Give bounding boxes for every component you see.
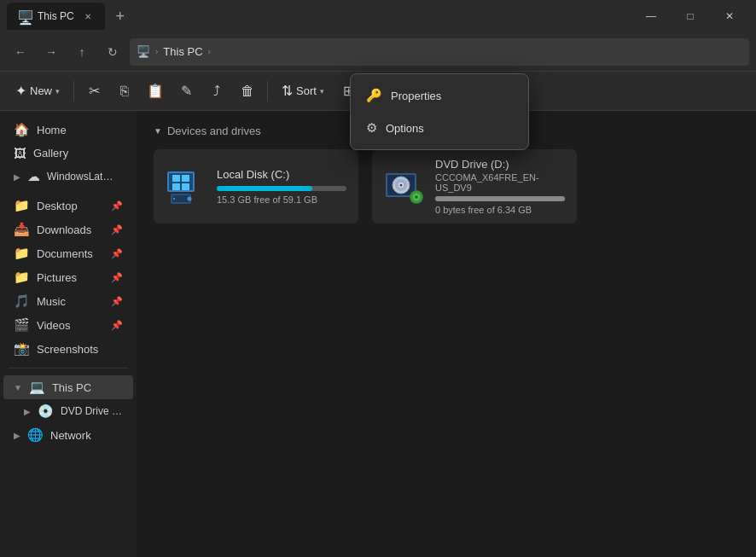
sidebar-item-music[interactable]: 🎵 Music 📌	[3, 289, 133, 313]
title-bar: 🖥️ This PC ✕ + — □ ✕	[0, 0, 756, 32]
main-content: ▼ Devices and drives	[137, 111, 756, 557]
new-chevron-icon: ▾	[55, 87, 60, 96]
section-label: Devices and drives	[167, 125, 261, 137]
sidebar-item-windowslatest[interactable]: ▶ ☁ WindowsLatest - Pe	[3, 165, 133, 189]
drive-c-space: 15.3 GB free of 59.1 GB	[217, 194, 346, 205]
drive-c-bar-fill	[217, 186, 312, 191]
home-label: Home	[37, 124, 67, 136]
breadcrumb-thispc[interactable]: This PC	[163, 45, 202, 58]
dvd-icon: 💿	[38, 403, 54, 419]
section-chevron-icon: ▼	[154, 126, 162, 136]
forward-button[interactable]: →	[38, 38, 65, 66]
back-button[interactable]: ←	[7, 38, 34, 66]
svg-rect-5	[182, 183, 189, 190]
screenshots-label: Screenshots	[37, 343, 98, 356]
tab-close-button[interactable]: ✕	[81, 9, 95, 23]
pictures-label: Pictures	[37, 271, 77, 284]
pin-icon-downloads: 📌	[111, 224, 123, 235]
nav-bar: ← → ↑ ↻ 🖥️ › This PC ›	[0, 32, 756, 72]
pin-icon-desktop: 📌	[111, 200, 123, 212]
sidebar-item-screenshots[interactable]: 📸 Screenshots	[3, 337, 133, 361]
expand-thispc-icon: ▼	[14, 383, 22, 392]
toolbar-separator-1	[73, 81, 74, 102]
videos-icon: 🎬	[14, 317, 30, 333]
documents-label: Documents	[37, 247, 93, 260]
sort-button[interactable]: ⇅ Sort ▾	[273, 77, 333, 106]
music-icon: 🎵	[14, 293, 30, 309]
share-button[interactable]: ⤴	[202, 77, 231, 106]
svg-point-9	[173, 198, 175, 200]
desktop-icon: 📁	[14, 198, 30, 213]
thispc-icon: 💻	[29, 380, 45, 395]
documents-icon: 📁	[14, 246, 30, 261]
hdd-svg-icon	[166, 166, 206, 207]
sidebar-item-downloads[interactable]: 📥 Downloads 📌	[3, 218, 133, 241]
screenshots-icon: 📸	[14, 341, 30, 357]
context-menu: 🔑 Properties ⚙ Options	[350, 73, 529, 150]
copy-button[interactable]: ⎘	[110, 77, 139, 106]
pin-icon-videos: 📌	[111, 320, 123, 331]
music-label: Music	[37, 295, 66, 308]
drive-c[interactable]: Local Disk (C:) 15.3 GB free of 59.1 GB	[154, 149, 358, 223]
cut-button[interactable]: ✂	[79, 77, 108, 106]
pin-icon-music: 📌	[111, 296, 123, 307]
sidebar-item-dvd[interactable]: ▶ 💿 DVD Drive (D:) CCC	[3, 399, 133, 423]
up-button[interactable]: ↑	[68, 38, 96, 66]
home-icon: 🏠	[14, 122, 30, 137]
drive-d-info: DVD Drive (D:) CCCOMA_X64FRE_EN-US_DV9 0…	[435, 158, 565, 215]
drive-d[interactable]: DVD Drive (D:) CCCOMA_X64FRE_EN-US_DV9 0…	[372, 149, 577, 223]
paste-button[interactable]: 📋	[141, 77, 170, 106]
drive-d-subtitle: CCCOMA_X64FRE_EN-US_DV9	[435, 172, 565, 193]
tab-folder-icon: 🖥️	[17, 9, 31, 23]
rename-button[interactable]: ✎	[172, 77, 201, 106]
sidebar-item-pictures[interactable]: 📁 Pictures 📌	[3, 265, 133, 289]
cloud-icon: ☁	[27, 169, 40, 184]
sidebar-item-documents[interactable]: 📁 Documents 📌	[3, 241, 133, 265]
options-label: Options	[386, 122, 424, 135]
thispc-label: This PC	[52, 381, 91, 394]
expand-icon: ▶	[14, 172, 20, 182]
pictures-icon: 📁	[14, 270, 30, 285]
dvd-label: DVD Drive (D:) CCC	[61, 405, 123, 417]
sidebar-item-desktop[interactable]: 📁 Desktop 📌	[3, 194, 133, 218]
sidebar-item-gallery[interactable]: 🖼 Gallery	[3, 142, 133, 165]
downloads-icon: 📥	[14, 222, 30, 237]
options-menu-item[interactable]: ⚙ Options	[354, 112, 525, 144]
minimize-button[interactable]: —	[631, 0, 671, 32]
drive-d-name: DVD Drive (D:)	[435, 158, 565, 171]
new-button[interactable]: ✦ New ▾	[7, 77, 68, 106]
new-label: New	[30, 84, 52, 97]
properties-menu-item[interactable]: 🔑 Properties	[354, 79, 525, 112]
dvd-svg-icon	[384, 166, 425, 207]
sidebar-item-network[interactable]: ▶ 🌐 Network	[3, 423, 133, 447]
tab-title: This PC	[38, 10, 74, 22]
sidebar: 🏠 Home 🖼 Gallery ▶ ☁ WindowsLatest - Pe …	[0, 111, 137, 557]
gallery-icon: 🖼	[14, 146, 26, 160]
close-button[interactable]: ✕	[710, 0, 749, 32]
network-label: Network	[50, 429, 91, 442]
properties-label: Properties	[391, 90, 441, 102]
svg-rect-3	[182, 175, 189, 182]
new-tab-button[interactable]: +	[108, 4, 132, 28]
address-view-icon: 🖥️	[137, 45, 150, 58]
delete-button[interactable]: 🗑	[233, 77, 262, 106]
gallery-label: Gallery	[33, 147, 68, 160]
drive-d-space: 0 bytes free of 6.34 GB	[435, 205, 565, 215]
toolbar-separator-2	[267, 81, 268, 102]
address-bar[interactable]: 🖥️ › This PC ›	[130, 38, 749, 66]
videos-label: Videos	[37, 319, 71, 332]
new-icon: ✦	[15, 83, 26, 99]
drive-c-icon-wrapper	[166, 166, 206, 207]
drive-d-bar-bg	[435, 196, 565, 201]
active-tab[interactable]: 🖥️ This PC ✕	[7, 3, 105, 30]
expand-dvd-icon: ▶	[24, 407, 31, 416]
sidebar-item-home[interactable]: 🏠 Home	[3, 118, 133, 142]
maximize-button[interactable]: □	[671, 0, 710, 32]
svg-point-8	[188, 196, 192, 200]
options-icon: ⚙	[366, 120, 377, 136]
refresh-button[interactable]: ↻	[99, 38, 126, 66]
sidebar-item-thispc[interactable]: ▼ 💻 This PC	[3, 375, 133, 399]
sidebar-item-videos[interactable]: 🎬 Videos 📌	[3, 313, 133, 337]
svg-rect-2	[172, 175, 180, 182]
sort-chevron-icon: ▾	[320, 87, 324, 96]
